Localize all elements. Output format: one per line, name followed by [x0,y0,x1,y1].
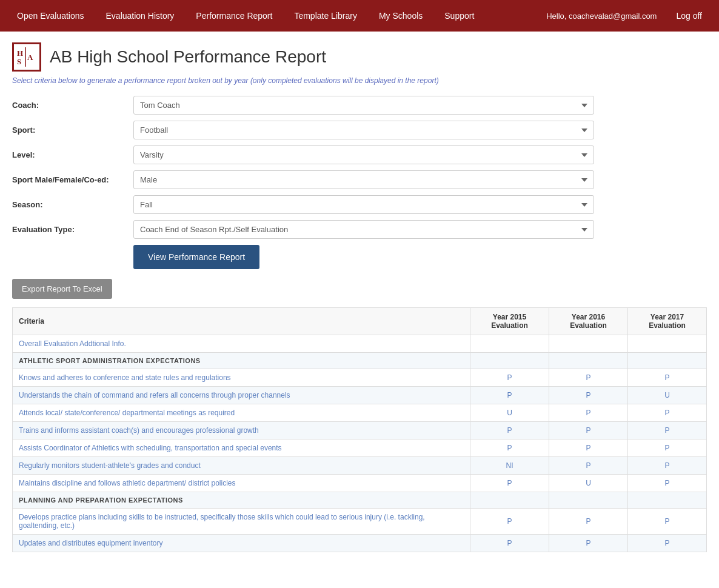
value-2015: NI [470,457,549,475]
coach-select[interactable]: Tom Coach [133,96,594,115]
user-greeting: Hello, coachevalad@gmail.com [538,12,665,21]
coach-label: Coach: [12,101,133,110]
page-title: AB High School Performance Report [50,47,326,67]
table-row: PLANNING AND PREPARATION EXPECTATIONS [13,492,707,509]
season-select[interactable]: Fall [133,195,594,214]
nav-open-evaluations[interactable]: Open Evaluations [6,0,95,32]
table-row: Develops practice plans including skills… [13,509,707,535]
table-row: Knows and adheres to conference and stat… [13,369,707,387]
value-2017 [628,492,707,509]
value-2017: P [628,457,707,475]
table-row: Overall Evaluation Addtional Info. [13,335,707,353]
value-2016 [549,335,628,353]
level-label: Level: [12,150,133,159]
value-2015 [470,335,549,353]
season-row: Season: Fall [12,195,707,214]
nav-right: Hello, coachevalad@gmail.com Log off [538,0,713,32]
value-2015: P [470,509,549,535]
nav-support[interactable]: Support [433,0,485,32]
value-2016: P [549,369,628,387]
value-2017: P [628,422,707,439]
main-nav: Open Evaluations Evaluation History Perf… [0,0,719,32]
criteria-cell: Knows and adheres to conference and stat… [13,369,470,387]
page-subtitle: Select criteria below to generate a perf… [12,76,707,85]
sport-select[interactable]: Football [133,121,594,139]
value-2017: P [628,439,707,457]
table-row: Trains and informs assistant coach(s) an… [13,422,707,439]
table-row: Updates and distributes equipment invent… [13,535,707,552]
criteria-cell: Trains and informs assistant coach(s) an… [13,422,470,439]
value-2017: P [628,369,707,387]
criteria-cell: Understands the chain of command and ref… [13,387,470,404]
value-2015 [470,492,549,509]
criteria-form: Coach: Tom Coach Sport: Football Level: … [12,96,707,239]
criteria-cell: Assists Coordinator of Athletics with sc… [13,439,470,457]
value-2017: P [628,509,707,535]
value-2017 [628,353,707,369]
criteria-cell: Develops practice plans including skills… [13,509,470,535]
criteria-cell: Maintains discipline and follows athleti… [13,475,470,492]
logoff-link[interactable]: Log off [665,0,713,32]
table-row: ATHLETIC SPORT ADMINISTRATION EXPECTATIO… [13,353,707,369]
value-2015: P [470,387,549,404]
value-2015: P [470,475,549,492]
value-2015: P [470,422,549,439]
svg-text:A: A [27,53,33,62]
value-2017 [628,335,707,353]
value-2015: P [470,369,549,387]
table-header-row: Criteria Year 2015 Evaluation Year 2016 … [13,308,707,335]
value-2017: P [628,475,707,492]
table-row: Understands the chain of command and ref… [13,387,707,404]
table-row: Regularly monitors student-athlete's gra… [13,457,707,475]
value-2016: P [549,535,628,552]
criteria-cell: ATHLETIC SPORT ADMINISTRATION EXPECTATIO… [13,353,470,369]
value-2017: P [628,535,707,552]
nav-performance-report[interactable]: Performance Report [185,0,283,32]
col-2015: Year 2015 Evaluation [470,308,549,335]
nav-my-schools[interactable]: My Schools [368,0,433,32]
level-select[interactable]: Varsity [133,145,594,164]
gender-row: Sport Male/Female/Co-ed: Male [12,170,707,189]
value-2016: P [549,404,628,422]
value-2016 [549,492,628,509]
gender-select[interactable]: Male [133,170,594,189]
value-2016: P [549,509,628,535]
eval-type-label: Evaluation Type: [12,225,133,234]
criteria-cell: PLANNING AND PREPARATION EXPECTATIONS [13,492,470,509]
eval-type-select[interactable]: Coach End of Season Rpt./Self Evaluation [133,220,594,239]
coach-row: Coach: Tom Coach [12,96,707,115]
svg-text:S: S [17,57,21,66]
criteria-cell: Updates and distributes equipment invent… [13,535,470,552]
col-2017: Year 2017 Evaluation [628,308,707,335]
value-2017: U [628,387,707,404]
export-button[interactable]: Export Report To Excel [12,279,112,299]
value-2015: U [470,404,549,422]
col-2016: Year 2016 Evaluation [549,308,628,335]
value-2016: P [549,387,628,404]
value-2016: P [549,457,628,475]
value-2016: P [549,439,628,457]
page-content: H S A AB High School Performance Report … [0,32,719,563]
criteria-cell: Overall Evaluation Addtional Info. [13,335,470,353]
gender-label: Sport Male/Female/Co-ed: [12,175,133,184]
season-label: Season: [12,200,133,209]
value-2017: P [628,404,707,422]
sport-label: Sport: [12,125,133,135]
table-row: Attends local/ state/conference/ departm… [13,404,707,422]
criteria-cell: Attends local/ state/conference/ departm… [13,404,470,422]
svg-text:H: H [17,48,23,58]
view-report-button[interactable]: View Performance Report [133,245,259,269]
criteria-cell: Regularly monitors student-athlete's gra… [13,457,470,475]
col-criteria: Criteria [13,308,470,335]
value-2016: P [549,422,628,439]
table-row: Assists Coordinator of Athletics with sc… [13,439,707,457]
value-2016: U [549,475,628,492]
page-header: H S A AB High School Performance Report [12,42,707,72]
value-2015: P [470,439,549,457]
performance-table: Criteria Year 2015 Evaluation Year 2016 … [12,307,707,552]
value-2015 [470,353,549,369]
nav-template-library[interactable]: Template Library [283,0,368,32]
eval-type-row: Evaluation Type: Coach End of Season Rpt… [12,220,707,239]
school-logo: H S A [12,42,41,72]
nav-evaluation-history[interactable]: Evaluation History [95,0,186,32]
